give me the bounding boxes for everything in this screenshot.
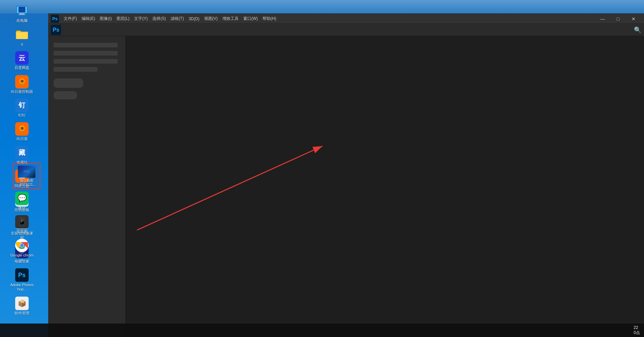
taskbar-clock: 22 0点	[634, 325, 640, 336]
computer-icon	[15, 4, 29, 18]
riyu-icon-label: 向日葵	[17, 137, 28, 141]
software-icon-label: 软件管理	[14, 311, 29, 315]
baidu-icon-label: 百度网盘	[14, 66, 29, 70]
desktop-icons: 此电脑 rj 云 百度网盘 🌻 向日葵控制面 钉	[0, 0, 44, 337]
desktop-icon-xiangri[interactable]: 🌻 向日葵控制面	[8, 74, 35, 95]
ps-toolbar-bar: Ps 🔍	[48, 24, 644, 36]
desktop-icon-anzhuang[interactable]: 📱 安装图	[8, 214, 35, 235]
skeleton-line-4	[54, 67, 97, 72]
desktop-icon-wechat[interactable]: 💬 微信	[8, 190, 35, 212]
software-icon: 📦	[15, 297, 29, 310]
anzhuang-icon-label: 安装图	[17, 230, 28, 234]
desktop-icon-ding[interactable]: 钉 钉钉	[8, 97, 35, 119]
ps-menu-image[interactable]: 图像(I)	[98, 15, 114, 22]
ps-search-icon[interactable]: 🔍	[634, 26, 641, 34]
ps-logo-small: Ps	[51, 15, 59, 23]
svg-line-12	[137, 146, 323, 230]
skeleton-line-2	[54, 51, 118, 56]
riyu-icon: 🌻	[15, 122, 29, 136]
skeleton-line-3	[54, 59, 118, 64]
skeleton-btn-2	[54, 91, 77, 99]
folder-icon-label: rj	[21, 42, 23, 46]
ps-menu-layer[interactable]: 图层(L)	[115, 15, 132, 22]
desktop-icon-adobeps[interactable]: Ps Adobe Photoshop...	[8, 267, 35, 293]
svg-rect-2	[19, 13, 25, 14]
desktop-icon-computer[interactable]: 此电脑	[8, 3, 35, 24]
xiangri-icon: 🌻	[15, 75, 29, 89]
arrow-annotation	[126, 36, 644, 337]
ps-menu-view[interactable]: 视图(V)	[202, 15, 220, 22]
ding-icon: 钉	[15, 99, 29, 112]
ps-menu-3d[interactable]: 3D(D)	[187, 16, 202, 22]
wechatfile-label: 微信截图_2022121...	[15, 179, 38, 187]
ps-close-button[interactable]: ✕	[626, 14, 641, 24]
ps-menu-select[interactable]: 选择(S)	[150, 15, 168, 22]
ps-maximize-button[interactable]: □	[610, 14, 626, 24]
computer-icon-label: 此电脑	[17, 19, 28, 23]
desktop-icon-wechatfile[interactable]: IMG 微信截图_2022121...	[13, 163, 40, 190]
chrome-icon	[15, 239, 29, 252]
desktop-icon-chrome[interactable]: Google chrome	[8, 237, 35, 263]
ding-icon-label: 钉钉	[18, 113, 26, 117]
chrome-icon-label: Google chrome	[10, 253, 34, 262]
ps-logo-big: Ps	[51, 25, 61, 35]
skeleton-line-1	[54, 43, 118, 47]
adobeps-icon: Ps	[15, 268, 29, 282]
win-topbar	[0, 0, 644, 13]
adobeps-icon-label: Adobe Photoshop...	[10, 283, 34, 292]
svg-rect-3	[18, 14, 26, 15]
ps-window-controls: — □ ✕	[595, 14, 641, 24]
ps-menu: 文件(F) 编辑(E) 图像(I) 图层(L) 文字(Y) 选择(S) 滤镜(T…	[62, 15, 595, 22]
ps-left-panel	[48, 36, 126, 337]
ps-canvas	[126, 36, 644, 337]
desktop-icon-riyu[interactable]: 🌻 向日葵	[8, 121, 35, 142]
ps-menu-file[interactable]: 文件(F)	[62, 15, 79, 22]
baidu-icon: 云	[15, 51, 29, 65]
ps-window: Ps 文件(F) 编辑(E) 图像(I) 图层(L) 文字(Y) 选择(S) 滤…	[48, 13, 644, 337]
ps-menu-edit[interactable]: 编辑(E)	[80, 15, 97, 22]
anzhuang-icon: 📱	[15, 215, 29, 229]
desktop: 此电脑 rj 云 百度网盘 🌻 向日葵控制面 钉	[0, 0, 644, 337]
ps-minimize-button[interactable]: —	[595, 14, 610, 24]
svg-rect-1	[19, 7, 25, 12]
folder-icon	[15, 28, 29, 41]
ps-main-area	[48, 36, 644, 337]
ps-menu-help[interactable]: 帮助(H)	[260, 15, 278, 22]
station-icon: 藏	[15, 146, 29, 159]
xiangri-icon-label: 向日葵控制面	[11, 90, 33, 94]
taskbar-right: 22 0点	[634, 325, 644, 336]
ps-menu-filter[interactable]: 滤镜(T)	[168, 15, 186, 22]
ps-menu-text[interactable]: 文字(Y)	[132, 15, 150, 22]
skeleton-btn-1	[54, 78, 83, 88]
ps-titlebar: Ps 文件(F) 编辑(E) 图像(I) 图层(L) 文字(Y) 选择(S) 滤…	[48, 14, 644, 24]
desktop-icon-software[interactable]: 📦 软件管理	[8, 295, 35, 317]
desktop-icon-folder[interactable]: rj	[8, 26, 35, 48]
taskbar: 22 0点	[0, 324, 644, 337]
svg-point-10	[20, 244, 24, 247]
ps-menu-plugins[interactable]: 增效工具	[220, 15, 241, 22]
wechat-icon-label: 微信	[18, 206, 26, 210]
ps-menu-window[interactable]: 窗口(W)	[241, 15, 260, 22]
wechatfile-thumb: IMG	[18, 166, 35, 178]
wechat-icon: 💬	[15, 192, 29, 205]
desktop-icon-baidu[interactable]: 云 百度网盘	[8, 50, 35, 71]
